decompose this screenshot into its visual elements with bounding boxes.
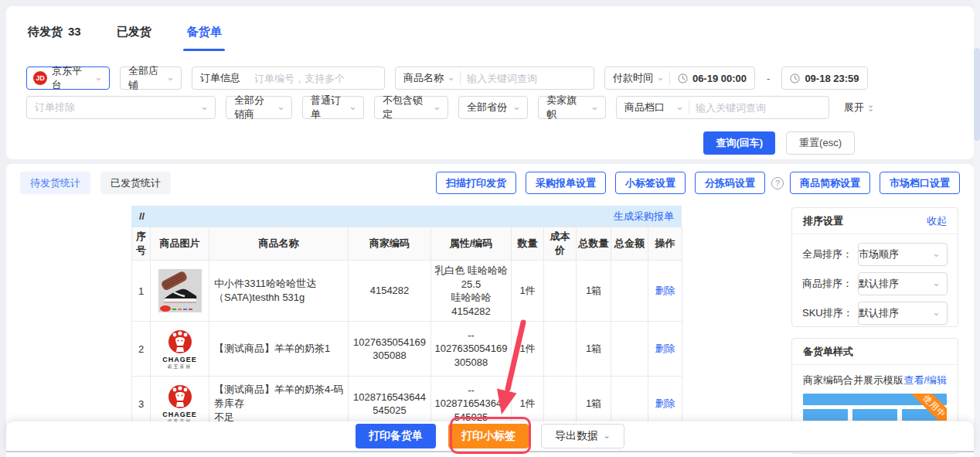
- product-keyword-input[interactable]: [461, 73, 594, 84]
- delete-link[interactable]: 删除: [655, 397, 675, 409]
- qty: 1件: [512, 261, 544, 322]
- stall-label[interactable]: 商品档口: [617, 101, 665, 114]
- scrollbar[interactable]: [974, 0, 980, 457]
- stall-keyword-input[interactable]: [689, 102, 829, 114]
- chagee-logo: [165, 384, 195, 411]
- content-card: 待发货统计 已发货统计 扫描打印发货 采购报单设置 小标签设置 分拣码设置 ? …: [6, 164, 974, 457]
- delete-link[interactable]: 删除: [655, 285, 675, 296]
- pay-time-from[interactable]: 06-19 00:00: [691, 73, 754, 84]
- stats-tab-shipped[interactable]: 已发货统计: [100, 172, 171, 194]
- pay-time-group: 付款时间 ⌄ 06-19 00:00: [604, 67, 755, 90]
- pay-time-to-field[interactable]: 09-18 23:59: [781, 67, 867, 90]
- chevron-down-icon: ⌄: [603, 431, 611, 442]
- chagee-logo: [165, 329, 195, 356]
- filter-row-1: JD 京东平台 ⌄ 全部店铺 ⌄ 订单信息 商品名称 ⌄ 付款时间 ⌄ 06-1…: [26, 67, 868, 90]
- export-data-label: 导出数据: [555, 429, 598, 443]
- order-info-field: 订单信息: [192, 67, 385, 90]
- chevron-down-icon: ⌄: [927, 307, 947, 319]
- view-edit-link[interactable]: 查看/编辑: [903, 373, 947, 387]
- sort-panel-title: 排序设置: [803, 214, 843, 228]
- delete-link[interactable]: 删除: [655, 343, 675, 354]
- col-qty: 数量: [512, 227, 544, 261]
- merchant-code: 1027635054169305088: [349, 322, 431, 377]
- distributor-select[interactable]: 全部分销商 ⌄: [226, 96, 292, 119]
- filter-card: 待发货33 已发货 备货单 JD 京东平台 ⌄ 全部店铺 ⌄ 订单信息 商品名称…: [6, 6, 974, 159]
- province-select[interactable]: 全部省份 ⌄: [458, 96, 528, 119]
- total-qty: 1箱: [577, 261, 611, 322]
- product-image[interactable]: CHAGEE 霸王茶姬: [158, 327, 202, 370]
- search-button[interactable]: 查询(回车): [703, 131, 775, 155]
- stats-tab-pending[interactable]: 待发货统计: [20, 172, 90, 194]
- print-stocklist-button[interactable]: 打印备货单: [356, 424, 436, 448]
- tab-pending-shipment[interactable]: 待发货33: [28, 25, 81, 51]
- chevron-down-icon: ⌄: [508, 101, 527, 114]
- reset-button[interactable]: 重置(esc): [786, 131, 855, 155]
- brand-subname: 霸王茶姬: [168, 364, 192, 370]
- col-total-qty: 总数量: [577, 227, 611, 261]
- scrollbar-thumb[interactable]: [974, 48, 980, 141]
- global-sort-select[interactable]: 市场顺序 ⌄: [858, 243, 948, 266]
- col-action: 操作: [648, 227, 682, 261]
- shop-value: 全部店铺: [121, 64, 162, 92]
- seller-flag-value: 卖家旗帜: [539, 94, 586, 121]
- order-type-value: 普通订单: [303, 94, 344, 121]
- order-type-select[interactable]: 普通订单 ⌄: [302, 96, 364, 119]
- sku-sort-row: SKU排序： 默认排序 ⌄: [802, 302, 948, 325]
- tab-shipped[interactable]: 已发货: [117, 25, 151, 51]
- collapse-link[interactable]: 收起: [927, 214, 947, 228]
- sku-sort-select[interactable]: 默认排序 ⌄: [858, 302, 948, 325]
- row-index: 1: [132, 261, 151, 322]
- tab-shipped-label: 已发货: [117, 25, 151, 38]
- col-total-amount: 总金额: [611, 227, 648, 261]
- chevron-down-icon: ⌄: [444, 72, 460, 84]
- lock-filter-value: 不包含锁定: [375, 94, 428, 121]
- product-sort-select[interactable]: 默认排序 ⌄: [858, 272, 948, 295]
- order-info-input[interactable]: [248, 73, 384, 84]
- platform-select[interactable]: JD 京东平台 ⌄: [26, 67, 110, 90]
- product-sort-row: 商品排序： 默认排序 ⌄: [802, 272, 948, 295]
- sku-sort-label: SKU排序：: [802, 306, 858, 320]
- purchase-report-settings-button[interactable]: 采购报单设置: [526, 172, 606, 194]
- chevron-down-icon: ⌄: [586, 101, 605, 114]
- product-image[interactable]: [158, 269, 202, 312]
- seller-flag-select[interactable]: 卖家旗帜 ⌄: [538, 96, 606, 119]
- product-sort-value: 默认排序: [859, 277, 899, 291]
- tab-stocklist-label: 备货单: [187, 25, 222, 38]
- stall-field: 商品档口 ⌄: [616, 96, 829, 119]
- cost: [544, 322, 577, 377]
- product-name: 中小件3311哈哈哈世达 （SATA)testhh 531g: [209, 261, 349, 322]
- scan-print-ship-button[interactable]: 扫描打印发货: [436, 172, 516, 194]
- product-image[interactable]: CHAGEE 霸王茶姬: [158, 382, 202, 425]
- chevron-down-icon: ⌄: [927, 248, 947, 261]
- shop-select[interactable]: 全部店铺 ⌄: [120, 67, 182, 90]
- pay-time-label[interactable]: 付款时间: [605, 71, 653, 85]
- small-label-settings-button[interactable]: 小标签设置: [615, 172, 686, 194]
- action-footer: 打印备货单 打印小标签 导出数据 ⌄: [6, 421, 974, 452]
- table-row: 2 CHAGEE 霸王茶姬: [132, 322, 682, 377]
- chevron-down-icon: ⌄: [653, 72, 669, 84]
- expand-filters-toggle[interactable]: 展开 ⌄⌄: [844, 101, 874, 114]
- date-range-separator: -: [765, 73, 771, 84]
- tab-stocklist[interactable]: 备货单: [187, 25, 222, 51]
- market-stall-settings-button[interactable]: 市场档口设置: [880, 172, 960, 194]
- chevron-down-icon: ⌄: [672, 101, 689, 114]
- template-thumbnail[interactable]: 使用中: [803, 394, 947, 421]
- clock-icon: [678, 73, 688, 84]
- global-sort-row: 全局排序： 市场顺序 ⌄: [802, 243, 948, 266]
- brand-name: CHAGEE: [162, 356, 197, 364]
- cost: [544, 261, 577, 322]
- generate-purchase-report-link[interactable]: 生成采购报单: [614, 210, 674, 223]
- table-header-row: 序号 商品图片 商品名称 商家编码 属性/编码 数量 成本价 总数量 总金额 操…: [132, 227, 682, 261]
- export-data-button[interactable]: 导出数据 ⌄: [541, 424, 624, 448]
- sku-sort-value: 默认排序: [859, 306, 899, 320]
- product-shortname-settings-button[interactable]: 商品简称设置: [790, 172, 870, 194]
- total-amount: [611, 261, 648, 322]
- help-icon[interactable]: ?: [771, 177, 784, 189]
- brand-name: CHAGEE: [162, 411, 197, 419]
- lock-filter-select[interactable]: 不包含锁定 ⌄: [374, 96, 448, 119]
- print-small-label-button[interactable]: 打印小标签: [448, 424, 529, 448]
- order-exclude-select[interactable]: 订单排除 ⌄: [26, 96, 216, 119]
- sorting-code-settings-button[interactable]: 分拣码设置: [695, 172, 765, 194]
- chevron-down-icon: ⌄: [162, 72, 181, 84]
- template-name: 商家编码合并展示模版: [803, 373, 903, 387]
